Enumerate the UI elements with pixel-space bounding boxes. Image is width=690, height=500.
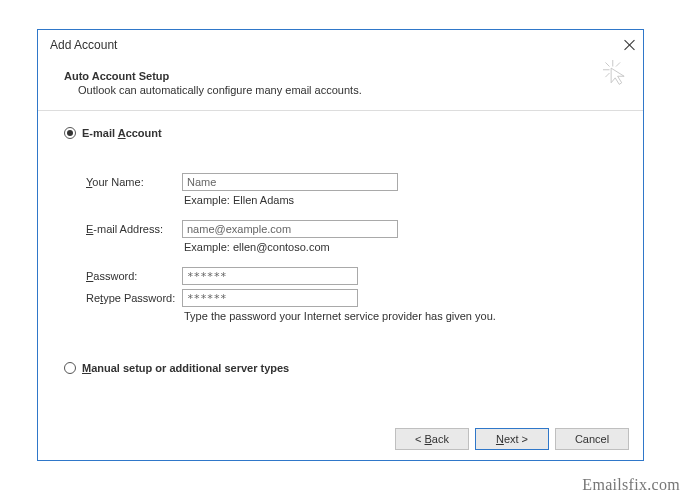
label-retype: Retype Password: xyxy=(86,292,182,304)
svg-line-3 xyxy=(616,62,620,66)
next-button[interactable]: Next > xyxy=(475,428,549,450)
titlebar: Add Account xyxy=(38,30,643,56)
window-title: Add Account xyxy=(50,38,117,52)
back-button[interactable]: < Back xyxy=(395,428,469,450)
watermark: Emailsfix.com xyxy=(582,476,680,494)
close-icon[interactable] xyxy=(623,39,635,51)
header-title: Auto Account Setup xyxy=(64,70,619,82)
label-password: Password: xyxy=(86,270,182,282)
radio-manual-label: Manual setup or additional server types xyxy=(82,362,289,374)
row-name: Your Name: xyxy=(86,173,617,191)
row-email: E-mail Address: xyxy=(86,220,617,238)
row-password: Password: xyxy=(86,267,617,285)
svg-line-4 xyxy=(605,73,609,77)
input-retype-password[interactable] xyxy=(182,289,358,307)
svg-line-2 xyxy=(605,62,609,66)
cursor-sparkle-icon xyxy=(603,60,629,86)
radio-icon xyxy=(64,362,76,374)
wizard-body: E-mail Account Your Name: Example: Ellen… xyxy=(38,111,643,374)
hint-name: Example: Ellen Adams xyxy=(184,194,617,206)
hint-email: Example: ellen@contoso.com xyxy=(184,241,617,253)
input-email[interactable] xyxy=(182,220,398,238)
input-name[interactable] xyxy=(182,173,398,191)
label-email: E-mail Address: xyxy=(86,223,182,235)
header-subtitle: Outlook can automatically configure many… xyxy=(64,84,619,96)
radio-manual-setup[interactable]: Manual setup or additional server types xyxy=(64,362,617,374)
label-name: Your Name: xyxy=(86,176,182,188)
radio-email-account-label: E-mail Account xyxy=(82,127,162,139)
wizard-header: Auto Account Setup Outlook can automatic… xyxy=(38,56,643,96)
cancel-button[interactable]: Cancel xyxy=(555,428,629,450)
add-account-dialog: Add Account Auto Account Setup Outlook c… xyxy=(37,29,644,461)
wizard-footer: < Back Next > Cancel xyxy=(395,428,629,450)
account-form: Your Name: Example: Ellen Adams E-mail A… xyxy=(64,173,617,322)
radio-email-account[interactable]: E-mail Account xyxy=(64,127,617,139)
input-password[interactable] xyxy=(182,267,358,285)
row-retype: Retype Password: xyxy=(86,289,617,307)
hint-password: Type the password your Internet service … xyxy=(184,310,617,322)
radio-icon xyxy=(64,127,76,139)
